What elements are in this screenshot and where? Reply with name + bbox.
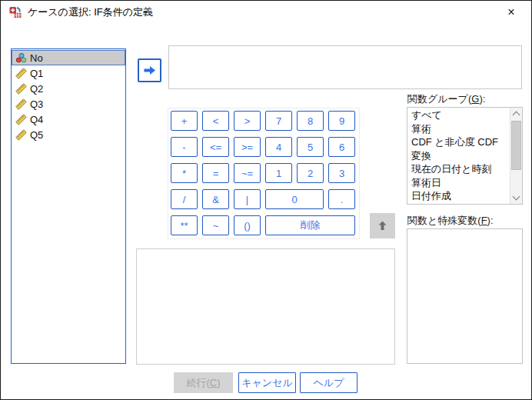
keypad-key[interactable]: 6 [328,137,355,157]
scrollbar-thumb[interactable] [511,121,521,170]
function-group-item[interactable]: 日付作成 [407,189,509,203]
label-text: 関数グループ( [407,93,471,105]
keypad-key[interactable]: > [234,111,261,131]
function-group-item[interactable]: 変換 [407,149,509,163]
variable-label: Q3 [30,98,43,110]
function-group-list: すべて算術CDF と非心度 CDF変換現在の日付と時刻算術日日付作成 [407,107,523,205]
variable-item[interactable]: Q3 [12,96,125,112]
label-text: ): [487,215,494,226]
function-group-label: 関数グループ(G): [407,92,485,106]
accel-key: F [481,215,487,226]
keypad-key[interactable]: 2 [297,163,324,183]
nominal-icon [15,52,28,64]
chevron-up-icon [513,112,520,119]
keypad-key[interactable]: () [234,215,261,235]
variable-item[interactable]: No [12,50,125,65]
scale-icon [15,83,28,95]
keypad-key[interactable]: * [171,163,198,183]
label-text: 続行( [186,376,209,390]
scale-icon [15,129,28,141]
keypad-key[interactable]: 7 [265,111,292,131]
keypad-key[interactable]: 0 [265,189,324,209]
keypad-key[interactable]: ~ [202,215,229,235]
variable-label: No [30,52,43,64]
keypad-key[interactable]: 1 [265,163,292,183]
label-text: 関数と特殊変数( [407,215,481,226]
keypad-key[interactable]: 9 [328,111,355,131]
title-bar: ケースの選択: IF条件の定義 × [1,1,531,24]
keypad-key[interactable]: & [202,189,229,209]
variable-label: Q5 [30,129,43,141]
variable-label: Q1 [30,68,43,79]
insert-function-button[interactable] [370,213,395,238]
expression-input[interactable] [168,45,522,89]
keypad-key[interactable]: 削除 [265,215,355,235]
label-text: ): [479,93,485,105]
variable-list: NoQ1Q2Q3Q4Q5 [11,48,126,364]
scale-icon [15,68,28,79]
function-group-item[interactable]: 算術日 [407,176,509,190]
dialog-icon [9,6,22,18]
scrollbar-down-button[interactable] [510,192,522,204]
keypad-key[interactable]: 8 [297,111,324,131]
function-group-item[interactable]: すべて [407,108,509,122]
arrow-up-icon [377,220,388,232]
keypad-key[interactable]: ** [171,215,198,235]
scale-icon [15,114,28,125]
keypad-key[interactable]: . [328,189,355,209]
accel-key: C [210,377,217,388]
scrollbar-up-button[interactable] [510,108,522,120]
scale-icon [15,98,28,110]
help-button[interactable]: ヘルプ [300,372,357,393]
keypad-key[interactable]: >= [234,137,261,157]
variable-item[interactable]: Q2 [12,81,125,96]
dialog-title: ケースの選択: IF条件の定義 [28,5,153,19]
chevron-down-icon [513,193,520,201]
transfer-variable-button[interactable] [138,58,161,82]
functions-list[interactable] [407,228,523,364]
description-panel [136,248,395,365]
keypad-key[interactable]: <= [202,137,229,157]
variable-item[interactable]: Q4 [12,112,125,127]
keypad-key[interactable]: 5 [297,137,324,157]
close-button[interactable]: × [497,2,525,22]
dialog-window: ケースの選択: IF条件の定義 × NoQ1Q2Q3Q4Q5 +<>789-<=… [0,0,532,400]
keypad-key[interactable]: | [234,189,261,209]
variable-label: Q2 [30,83,43,95]
label-text: ) [217,377,220,388]
function-group-items: すべて算術CDF と非心度 CDF変換現在の日付と時刻算術日日付作成 [407,108,509,203]
functions-label: 関数と特殊変数(F): [407,214,494,228]
function-group-item[interactable]: 算術 [407,122,509,136]
keypad-key[interactable]: 3 [328,163,355,183]
keypad: +<>789-<=>=456*=~=123/&|0.**~()削除 [168,108,360,239]
variable-item[interactable]: Q5 [12,127,125,142]
accel-key: G [471,93,479,105]
keypad-key[interactable]: < [202,111,229,131]
keypad-key[interactable]: ~= [234,163,261,183]
function-group-item[interactable]: CDF と非心度 CDF [407,135,509,149]
keypad-key[interactable]: = [202,163,229,183]
keypad-key[interactable]: - [171,137,198,157]
keypad-key[interactable]: 4 [265,137,292,157]
cancel-button[interactable]: キャンセル [238,372,296,393]
variable-label: Q4 [30,114,43,125]
function-group-item[interactable]: 現在の日付と時刻 [407,162,509,176]
keypad-key[interactable]: + [171,111,198,131]
keypad-key[interactable]: / [171,189,198,209]
arrow-right-icon [143,65,156,76]
scrollbar [510,108,522,204]
continue-button[interactable]: 続行(C) [174,372,233,393]
variable-item[interactable]: Q1 [12,65,125,81]
close-icon: × [507,5,514,19]
